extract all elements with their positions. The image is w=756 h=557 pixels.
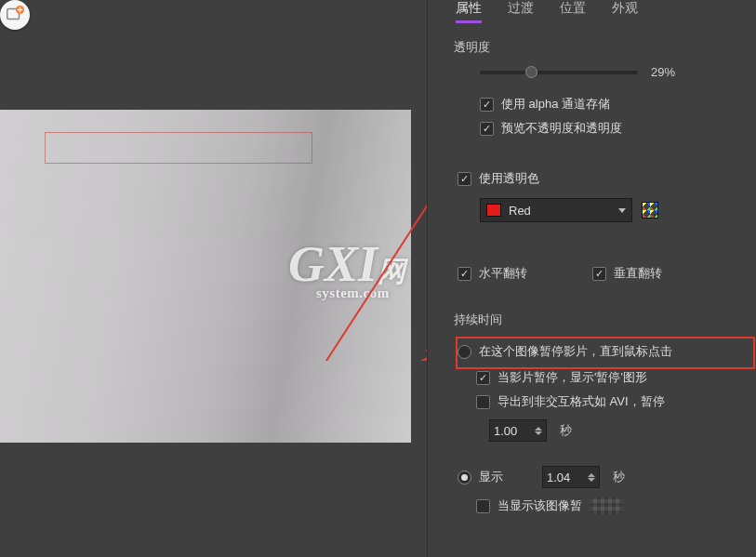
export-duration-value: 1.00	[494, 424, 517, 438]
preview-opacity-label: 预览不透明度和透明度	[501, 120, 622, 137]
preview-opacity-checkbox[interactable]	[480, 122, 494, 136]
preview-canvas[interactable]	[0, 110, 411, 443]
opacity-section: 透明度 29% 使用 alpha 通道存储 预览不透明度和透明度	[428, 22, 756, 144]
spinner-up-icon[interactable]	[535, 427, 542, 431]
obscured-text	[590, 497, 623, 514]
display-duration-label: 显示	[479, 469, 503, 485]
opacity-slider[interactable]	[480, 71, 638, 74]
export-pause-label: 导出到非交互格式如 AVI，暂停	[497, 393, 665, 410]
export-pause-checkbox[interactable]	[476, 395, 490, 409]
use-alpha-checkbox[interactable]	[480, 98, 494, 112]
flip-vertical-label: 垂直翻转	[614, 265, 662, 282]
spinner-down-icon[interactable]	[588, 478, 595, 482]
display-duration-unit: 秒	[613, 469, 625, 485]
transparent-color-select[interactable]: Red	[480, 198, 632, 222]
duration-section: 持续时间 在这个图像暂停影片，直到鼠标点击 当影片暂停，显示'暂停'图形 导出到…	[428, 291, 756, 522]
display-duration-spinner[interactable]: 1.04	[542, 466, 600, 488]
pause-on-image-radio[interactable]	[458, 345, 471, 359]
show-pause-graphic-label: 当影片暂停，显示'暂停'图形	[497, 369, 647, 386]
color-picker-button[interactable]	[642, 202, 658, 219]
transparent-color-section: 使用透明色 Red	[428, 144, 756, 232]
opacity-value: 29%	[651, 65, 688, 79]
use-transparent-color-checkbox[interactable]	[458, 172, 471, 186]
flip-horizontal-label: 水平翻转	[479, 265, 527, 282]
add-plus-icon	[5, 5, 25, 25]
use-transparent-color-label: 使用透明色	[479, 170, 539, 187]
display-duration-radio[interactable]	[458, 471, 471, 484]
show-pause-graphic-checkbox[interactable]	[476, 371, 490, 385]
duration-title: 持续时间	[454, 312, 730, 328]
tab-position[interactable]: 位置	[560, 0, 586, 20]
properties-panel: 属性 过渡 位置 外观 透明度 29% 使用 alpha 通道存储 预览不透明度…	[427, 0, 756, 557]
opacity-slider-thumb[interactable]	[525, 66, 537, 78]
flip-section: 水平翻转 垂直翻转	[428, 232, 756, 291]
flip-vertical-checkbox[interactable]	[592, 267, 606, 281]
when-display-label: 当显示该图像暂	[497, 497, 582, 514]
use-alpha-label: 使用 alpha 通道存储	[501, 96, 610, 113]
tab-appearance[interactable]: 外观	[612, 0, 638, 20]
selection-rectangle[interactable]	[45, 132, 312, 164]
tab-attributes[interactable]: 属性	[456, 0, 482, 23]
tab-transition[interactable]: 过渡	[508, 0, 534, 20]
pause-on-image-label: 在这个图像暂停影片，直到鼠标点击	[479, 343, 672, 360]
export-duration-unit: 秒	[560, 422, 572, 439]
color-name: Red	[509, 204, 611, 218]
panel-tabs: 属性 过渡 位置 外观	[428, 0, 756, 22]
add-button[interactable]	[0, 0, 30, 30]
flip-horizontal-checkbox[interactable]	[458, 267, 471, 281]
spinner-up-icon[interactable]	[588, 473, 595, 477]
opacity-title: 透明度	[454, 39, 730, 56]
display-duration-value: 1.04	[547, 471, 570, 484]
chevron-down-icon	[618, 208, 626, 213]
spinner-down-icon[interactable]	[535, 431, 542, 435]
color-swatch	[486, 204, 501, 217]
export-duration-spinner[interactable]: 1.00	[489, 419, 547, 442]
when-display-checkbox[interactable]	[476, 499, 490, 513]
